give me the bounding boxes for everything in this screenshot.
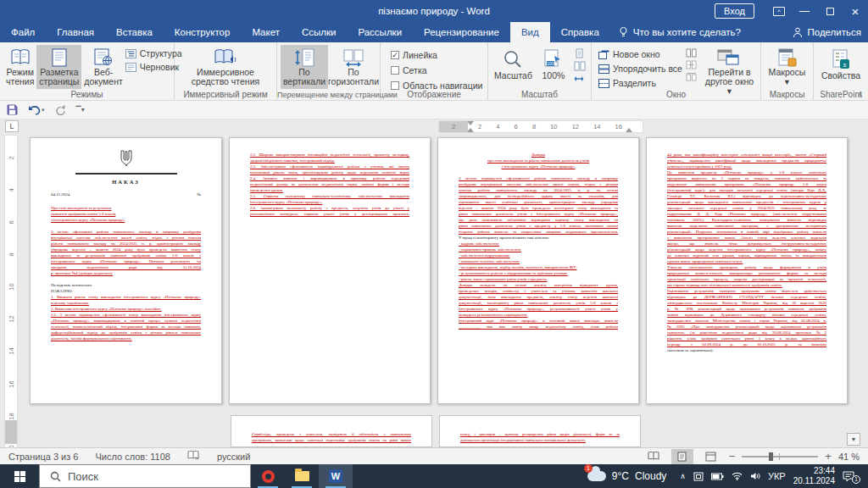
collapse-ribbon-icon[interactable]: ∧ [857,90,863,98]
tell-me-box[interactable]: Что вы хотите сделать? [610,22,749,42]
page-3-text: Довідкапро стан викладання та рівень нав… [438,138,638,343]
web-layout-button[interactable]: Веб-документ [81,45,125,89]
zoom-out-button[interactable]: − [729,450,736,463]
ribbon-group-views: Режим чтения Разметка страницы Веб-докум… [0,42,175,100]
macros-label: Макросы▾ [769,68,806,86]
person-icon [793,27,803,38]
weather-widget[interactable]: 1 9°C Cloudy [587,470,667,482]
word-count[interactable]: Число слов: 1108 [86,452,178,462]
print-layout-view-icon[interactable] [671,449,693,464]
tray-chevron-icon[interactable]: ∧ [680,472,686,480]
tab-file[interactable]: Файл [0,22,46,42]
tab-layout[interactable]: Макет [241,22,291,42]
save-icon[interactable] [7,104,18,115]
zoom-in-button[interactable]: + [825,450,832,463]
macros-icon [777,47,798,68]
status-bar: Страница 3 из 6 Число слов: 1108 русский… [0,447,868,464]
tab-view[interactable]: Вид [510,22,550,42]
wifi-icon[interactable] [732,472,743,480]
web-layout-view-icon[interactable] [700,449,722,464]
zoom-slider[interactable] [742,456,818,458]
ribbon-group-zoom: Масштаб 100 100% Масштаб [488,42,592,100]
document-page-2[interactable]: 2.2. Широко використовувати інноваційні … [229,137,431,404]
read-mode-button[interactable]: Режим чтения [3,45,36,89]
tab-review[interactable]: Рецензирование [413,22,510,42]
header-rule [75,173,177,175]
tray-window-icon[interactable] [693,472,704,481]
ruler-checkbox[interactable]: ✓Линейка [391,50,482,60]
taskbar-search[interactable]: Поиск [39,464,251,488]
zoom-slider-thumb[interactable] [769,452,773,461]
order-number: № [197,192,201,197]
close-button[interactable]: × [843,0,868,22]
immersive-reader-button[interactable]: Иммерсивное средство чтения [178,45,273,89]
split-button[interactable]: Разделить [598,78,682,88]
split-icon [598,79,609,88]
tab-home[interactable]: Главная [46,22,105,42]
restore-button[interactable] [817,0,843,22]
redo-icon[interactable] [55,105,66,115]
taskbar-explorer-icon[interactable] [285,464,319,488]
document-page-4[interactable]: 44 роки, має кваліфікаційну категорію «с… [646,137,848,404]
document-page-5[interactable]: Співбесіда, проведена з учителем, засвід… [231,415,432,447]
page-5-text: Співбесіда, проведена з учителем, засвід… [231,416,431,443]
right-indent-marker[interactable] [626,128,632,132]
word-window: пізнаємо природу - Word Вход ^ — × Файл … [0,0,868,488]
macros-button[interactable]: Макросы▾ [765,45,810,89]
indent-markers[interactable] [467,121,474,132]
outline-view-button[interactable]: Структура [125,48,182,58]
document-canvas[interactable]: 24681012141618202224 НАКАЗ 04.11.2024 № … [0,134,868,447]
print-layout-button[interactable]: Разметка страницы [36,45,81,89]
language-indicator[interactable]: русский [209,452,259,462]
document-page-3[interactable]: Довідкапро стан викладання та рівень нав… [437,137,639,404]
taskbar-opera-icon[interactable] [251,464,285,488]
view-side-by-side-icon[interactable] [686,48,697,58]
side-to-side-button[interactable]: По горизонтали [328,45,379,89]
multiple-pages-icon[interactable] [574,61,586,71]
vertical-ruler[interactable]: 24681012141618202224 [5,136,17,447]
reset-window-position-icon[interactable] [686,72,697,81]
keyboard-language[interactable]: УКР [768,471,786,481]
new-window-button[interactable]: Новое окно [598,49,682,59]
arrange-all-button[interactable]: Упорядочить все [598,64,682,74]
vertical-movement-button[interactable]: По вертикали [281,45,328,89]
start-button[interactable] [0,464,39,488]
taskbar-clock[interactable]: 23:44 20.11.2024 [793,466,835,486]
properties-button[interactable]: s Свойства [817,45,865,89]
sign-in-button[interactable]: Вход [715,3,754,19]
action-center-icon[interactable]: 1 [843,471,860,481]
tab-design[interactable]: Конструктор [164,22,242,42]
tab-references[interactable]: Ссылки [291,22,348,42]
print-layout-icon [52,47,67,68]
zoom-button[interactable]: Масштаб [492,45,535,89]
proofing-icon[interactable] [179,451,209,463]
tab-help[interactable]: Справка [550,22,610,42]
minimize-button[interactable]: — [792,0,817,22]
read-mode-view-icon[interactable] [643,449,665,464]
scroll-down-button[interactable]: ▼ [847,433,860,446]
tab-selector[interactable]: L [5,120,19,132]
horizontal-ruler[interactable]: 2 246810121416 [439,121,643,132]
page-indicator[interactable]: Страница 3 из 6 [0,452,86,462]
customize-qat-icon[interactable]: ▔▾ [76,106,85,114]
zoom-100-button[interactable]: 100 100% [538,45,569,89]
gridlines-label: Сетка [403,65,427,75]
switch-windows-button[interactable]: Перейти в другое окно ▾ [702,45,757,89]
undo-icon[interactable]: ▾ [28,105,45,115]
tab-mailings[interactable]: Рассылки [347,22,413,42]
one-page-icon[interactable] [574,48,584,58]
zoom-percent[interactable]: 41 % [838,452,860,462]
ribbon-group-show: ✓Линейка Сетка Область навигации Отображ… [381,42,488,100]
ribbon-display-options-icon[interactable]: ^ [766,0,792,22]
speaker-icon[interactable] [750,472,760,480]
page-width-icon[interactable] [574,74,584,84]
document-page-1[interactable]: НАКАЗ 04.11.2024 № Про стан викладання т… [30,137,222,404]
taskbar-word-icon[interactable]: W [319,464,353,488]
battery-icon[interactable] [711,473,724,480]
share-button[interactable]: Поделиться [793,22,861,42]
gridlines-checkbox[interactable]: Сетка [391,65,482,75]
tab-insert[interactable]: Вставка [105,22,164,42]
draft-view-button[interactable]: Черновик [125,62,182,72]
synchronous-scrolling-icon[interactable] [686,60,697,69]
document-page-6[interactable]: класу, і школярів – шляхом розширення рі… [439,415,641,447]
